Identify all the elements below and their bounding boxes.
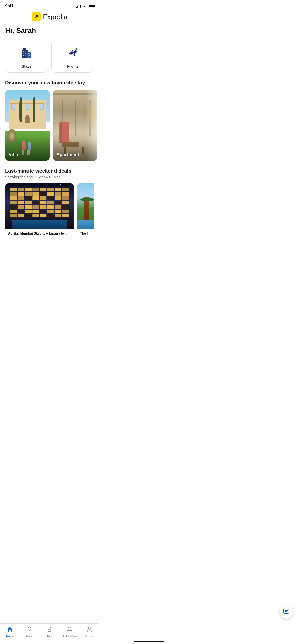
discover-title: Discover your new favourite stay — [0, 80, 99, 90]
svg-rect-12 — [28, 55, 29, 56]
svg-rect-10 — [28, 53, 29, 54]
category-grid: Stays Flights — [0, 40, 99, 80]
greeting-section: Hi, Sarah — [0, 24, 99, 40]
villa-label: Villa — [9, 152, 18, 157]
app-name: Expedia — [43, 13, 67, 21]
aurika-image — [5, 183, 74, 229]
expedia-logo-icon — [32, 12, 41, 21]
aurika-name: Aurika, Mumbai Skycity – Luxury by... — [5, 229, 74, 237]
wifi-icon — [82, 4, 86, 8]
imr-deal-card[interactable]: The Imr... — [77, 183, 94, 237]
stays-icon — [20, 46, 33, 61]
apartment-card[interactable]: Apartment — [53, 90, 97, 161]
svg-rect-6 — [25, 53, 26, 54]
villa-card[interactable]: Villa — [5, 90, 50, 161]
imr-name: The Imr... — [77, 229, 94, 237]
svg-rect-13 — [29, 55, 30, 56]
stays-card[interactable]: Stays — [5, 40, 48, 73]
svg-rect-9 — [27, 52, 31, 58]
battery-icon — [88, 5, 94, 8]
app-header: Expedia — [0, 11, 99, 24]
imr-image — [77, 183, 94, 229]
greeting-text: Hi, Sarah — [5, 26, 94, 35]
svg-rect-2 — [23, 48, 26, 50]
svg-rect-4 — [25, 51, 26, 52]
deals-subtitle: Showing deals for: 8 Mar – 10 Mar — [5, 175, 94, 179]
svg-rect-5 — [23, 53, 24, 54]
flights-card[interactable]: Flights — [51, 40, 94, 73]
status-time: 9:41 — [5, 4, 14, 9]
aurika-deal-card[interactable]: Aurika, Mumbai Skycity – Luxury by... — [5, 183, 74, 237]
status-icons — [76, 4, 94, 8]
svg-rect-11 — [29, 53, 30, 54]
signal-icon — [76, 5, 81, 8]
svg-rect-3 — [23, 51, 24, 52]
status-bar: 9:41 — [0, 0, 99, 11]
discover-scroll: Villa — [0, 90, 99, 168]
svg-rect-7 — [23, 55, 24, 56]
flights-icon — [66, 46, 79, 61]
apartment-label: Apartment — [56, 152, 79, 157]
deals-section: Last-minute weekend deals Showing deals … — [0, 168, 99, 241]
stays-label: Stays — [22, 64, 31, 68]
svg-rect-8 — [25, 55, 26, 56]
deals-scroll: Aurika, Mumbai Skycity – Luxury by... — [5, 183, 94, 241]
flights-label: Flights — [67, 64, 78, 68]
deals-title: Last-minute weekend deals — [5, 168, 94, 174]
